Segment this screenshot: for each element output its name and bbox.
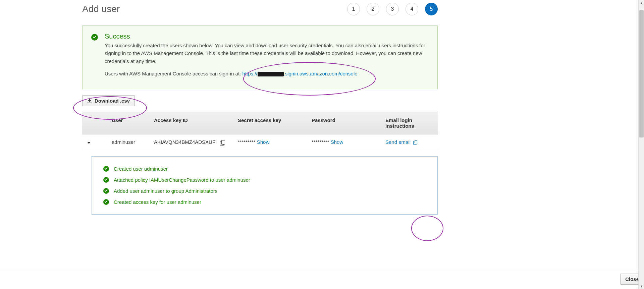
show-secret-link[interactable]: Show — [257, 139, 270, 145]
redacted-account-id — [258, 72, 284, 76]
secret-mask: ********* — [238, 139, 256, 145]
signin-prefix: Users with AWS Management Console access… — [105, 71, 242, 76]
user-credentials-table: User Access key ID Secret access key Pas… — [82, 112, 438, 150]
annotation-ellipse-close — [411, 216, 443, 241]
success-title: Success — [105, 33, 429, 40]
footer-bar: Close — [0, 269, 515, 289]
detail-item: Created access key for user adminuser — [103, 199, 426, 205]
signin-link-pre: https:// — [242, 71, 257, 76]
cell-access-key-id: AKIAVQN34BMZ4ADSXUFI — [154, 139, 217, 145]
cell-username: adminuser — [108, 134, 150, 150]
external-link-icon — [413, 140, 417, 144]
user-details-pane: Created user adminuser Attached policy I… — [92, 156, 438, 215]
col-access-key: Access key ID — [150, 112, 234, 134]
success-alert: Success You successfully created the use… — [82, 25, 438, 89]
detail-item: Added user adminuser to group Administra… — [103, 188, 426, 194]
detail-text: Added user adminuser to group Administra… — [114, 188, 217, 194]
step-4[interactable]: 4 — [406, 3, 418, 15]
col-secret: Secret access key — [234, 112, 308, 134]
detail-check-icon — [103, 199, 109, 205]
expand-row-icon[interactable] — [87, 142, 91, 144]
detail-text: Created user adminuser — [114, 166, 168, 172]
success-check-icon — [91, 34, 98, 41]
download-csv-button[interactable]: Download .csv — [82, 95, 135, 106]
detail-check-icon — [103, 166, 109, 172]
download-csv-label: Download .csv — [95, 98, 130, 104]
show-password-link[interactable]: Show — [331, 139, 343, 145]
table-row: adminuser AKIAVQN34BMZ4ADSXUFI *********… — [82, 134, 438, 150]
success-message: You successfully created the users shown… — [105, 42, 429, 65]
send-email-label: Send email — [385, 139, 411, 145]
detail-text: Attached policy IAMUserChangePassword to… — [114, 177, 250, 183]
signin-link-post: .signin.aws.amazon.com/console — [284, 71, 358, 76]
step-5[interactable]: 5 — [425, 3, 438, 15]
detail-check-icon — [103, 188, 109, 194]
password-mask: ********* — [312, 139, 329, 145]
step-3[interactable]: 3 — [386, 3, 399, 15]
copy-access-key-icon[interactable] — [220, 140, 225, 145]
col-user: User — [108, 112, 150, 134]
page-title: Add user — [82, 4, 120, 14]
send-email-link[interactable]: Send email — [385, 139, 417, 145]
detail-text: Created access key for user adminuser — [114, 199, 201, 205]
step-1[interactable]: 1 — [347, 3, 360, 15]
signin-info: Users with AWS Management Console access… — [105, 70, 429, 77]
signin-link[interactable]: https://.signin.aws.amazon.com/console — [242, 71, 357, 76]
download-icon — [87, 99, 92, 103]
detail-item: Created user adminuser — [103, 166, 426, 172]
step-2[interactable]: 2 — [367, 3, 379, 15]
detail-check-icon — [103, 177, 109, 183]
col-email: Email login instructions — [381, 112, 438, 134]
detail-item: Attached policy IAMUserChangePassword to… — [103, 177, 426, 183]
wizard-steps: 1 2 3 4 5 — [347, 3, 438, 15]
col-password: Password — [308, 112, 381, 134]
